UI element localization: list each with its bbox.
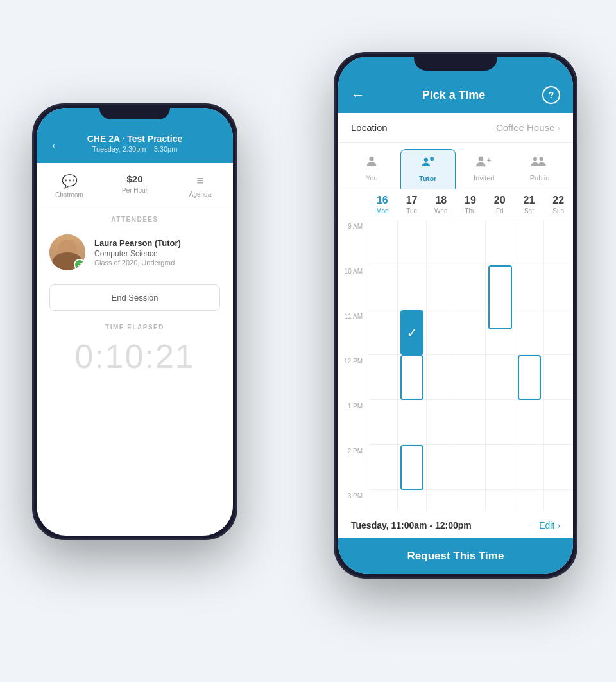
grid-col-thu <box>456 220 485 512</box>
day-col-17: 17 Tue <box>397 189 427 220</box>
event-check-icon: ✓ <box>407 325 418 340</box>
time-label-11am: 11 AM <box>338 310 368 355</box>
grid-col-tue: ✓ <box>397 220 427 512</box>
public-tab-icon <box>531 154 549 171</box>
days-header: 16 Mon 17 Tue 18 Wed 19 Thu <box>338 189 573 220</box>
tab-you[interactable]: You <box>345 149 399 189</box>
day-num-22: 22 <box>545 195 572 206</box>
svg-point-5 <box>479 157 483 161</box>
edit-button[interactable]: Edit › <box>539 520 560 530</box>
tab-public[interactable]: Public <box>513 149 567 189</box>
phone2-back-button[interactable]: ← <box>351 87 365 103</box>
phone1-subtitle: Tuesday, 2:30pm – 3:30pm <box>49 145 220 153</box>
phones-container: ← CHE 2A · Test Practice Tuesday, 2:30pm… <box>19 26 597 656</box>
request-this-time-button[interactable]: Request This Time <box>338 538 573 574</box>
phone1-price-action: $20 Per Hour <box>102 170 167 202</box>
phone1-screen: ← CHE 2A · Test Practice Tuesday, 2:30pm… <box>37 108 233 536</box>
location-label: Location <box>351 122 388 133</box>
phone1-agenda-action[interactable]: ≡ Agenda <box>167 170 233 202</box>
day-col-18: 18 Wed <box>426 189 456 220</box>
svg-text:+: + <box>487 156 492 164</box>
timer-display: 0:10:21 <box>49 337 220 376</box>
agenda-icon: ≡ <box>196 173 204 188</box>
invited-tab-icon: + <box>475 154 492 171</box>
time-label-12pm: 12 PM <box>338 355 368 400</box>
phone2-help-button[interactable]: ? <box>542 86 560 104</box>
cal-grid-inner: 9 AM 10 AM 11 AM 12 PM 1 PM 2 PM 3 PM <box>338 220 573 512</box>
event-tue-2pm[interactable] <box>400 445 424 490</box>
time-labels-column: 9 AM 10 AM 11 AM 12 PM 1 PM 2 PM 3 PM <box>338 220 368 512</box>
svg-point-7 <box>533 157 537 161</box>
day-col-20: 20 Fri <box>485 189 515 220</box>
phone-1: ← CHE 2A · Test Practice Tuesday, 2:30pm… <box>32 103 237 540</box>
day-col-22: 22 Sun <box>543 189 573 220</box>
time-label-9am: 9 AM <box>338 220 368 265</box>
edit-chevron-icon: › <box>557 520 560 530</box>
phone2-notch <box>414 54 497 71</box>
location-value: Coffee House › <box>496 122 560 133</box>
tutor-tab-label: Tutor <box>419 175 436 182</box>
tutor-tab-icon: ✦ <box>421 155 435 172</box>
day-num-20: 20 <box>486 195 513 206</box>
day-name-19: Thu <box>457 207 484 214</box>
phone2-screen: ← Pick a Time ? Location Coffee House › <box>338 57 573 574</box>
attendee-name: Laura Pearson (Tutor) <box>94 238 181 248</box>
tab-tutor[interactable]: ✦ Tutor <box>400 149 456 189</box>
day-col-21: 21 Sat <box>515 189 544 220</box>
end-session-button[interactable]: End Session <box>49 284 220 311</box>
time-label-3pm: 3 PM <box>338 490 368 512</box>
grid-day-columns: ✓ <box>368 220 573 512</box>
days-cols: 16 Mon 17 Tue 18 Wed 19 Thu <box>368 189 573 220</box>
attendee-row: ✓ Laura Pearson (Tutor) Computer Science… <box>37 227 233 278</box>
tab-invited[interactable]: + Invited <box>457 149 511 189</box>
day-name-17: Tue <box>398 207 425 214</box>
time-elapsed-section: TIME ELAPSED 0:10:21 <box>37 317 233 376</box>
day-col-16: 16 Mon <box>368 189 397 220</box>
event-fri-10am[interactable] <box>488 265 512 329</box>
you-tab-label: You <box>366 174 378 182</box>
agenda-label: Agenda <box>189 191 211 198</box>
attendee-check-badge: ✓ <box>74 259 85 270</box>
day-name-20: Fri <box>486 207 513 214</box>
day-num-19: 19 <box>457 195 484 206</box>
day-name-22: Sun <box>545 207 572 214</box>
day-num-18: 18 <box>427 195 454 206</box>
grid-col-sat <box>515 220 544 512</box>
phone1-notch <box>99 105 170 119</box>
attendee-info: Laura Pearson (Tutor) Computer Science C… <box>94 238 181 267</box>
svg-point-1 <box>424 158 427 162</box>
invited-tab-label: Invited <box>474 174 494 182</box>
phone1-chatroom-action[interactable]: 💬 Chatroom <box>37 170 102 202</box>
selected-time-bar: Tuesday, 11:00am - 12:00pm Edit › <box>338 512 573 538</box>
grid-col-fri <box>485 220 515 512</box>
day-name-21: Sat <box>516 207 543 214</box>
day-col-19: 19 Thu <box>456 189 485 220</box>
time-label-2pm: 2 PM <box>338 445 368 490</box>
attendee-avatar: ✓ <box>49 234 85 270</box>
day-name-18: Wed <box>427 207 454 214</box>
calendar-grid[interactable]: 9 AM 10 AM 11 AM 12 PM 1 PM 2 PM 3 PM <box>338 220 573 512</box>
grid-col-mon <box>368 220 397 512</box>
location-chevron: › <box>557 123 560 133</box>
you-tab-icon <box>364 154 379 171</box>
event-tue-11am[interactable]: ✓ <box>400 310 424 355</box>
svg-text:✦: ✦ <box>430 157 433 161</box>
time-label-1pm: 1 PM <box>338 400 368 445</box>
event-sat-12pm[interactable] <box>518 355 542 400</box>
svg-point-0 <box>370 157 374 161</box>
grid-col-wed <box>426 220 456 512</box>
chatroom-icon: 💬 <box>62 173 78 189</box>
svg-point-8 <box>539 157 543 161</box>
time-elapsed-label: TIME ELAPSED <box>49 324 220 331</box>
phone-2: ← Pick a Time ? Location Coffee House › <box>334 52 578 579</box>
time-label-10am: 10 AM <box>338 265 368 310</box>
price-sub: Per Hour <box>122 187 148 194</box>
day-num-21: 21 <box>516 195 543 206</box>
day-num-17: 17 <box>398 195 425 206</box>
public-tab-label: Public <box>530 174 549 182</box>
grid-col-sun <box>543 220 573 512</box>
event-tue-12pm[interactable] <box>400 355 424 400</box>
attendee-field: Computer Science <box>94 249 181 258</box>
day-num-16: 16 <box>369 195 396 206</box>
location-row[interactable]: Location Coffee House › <box>338 113 573 143</box>
